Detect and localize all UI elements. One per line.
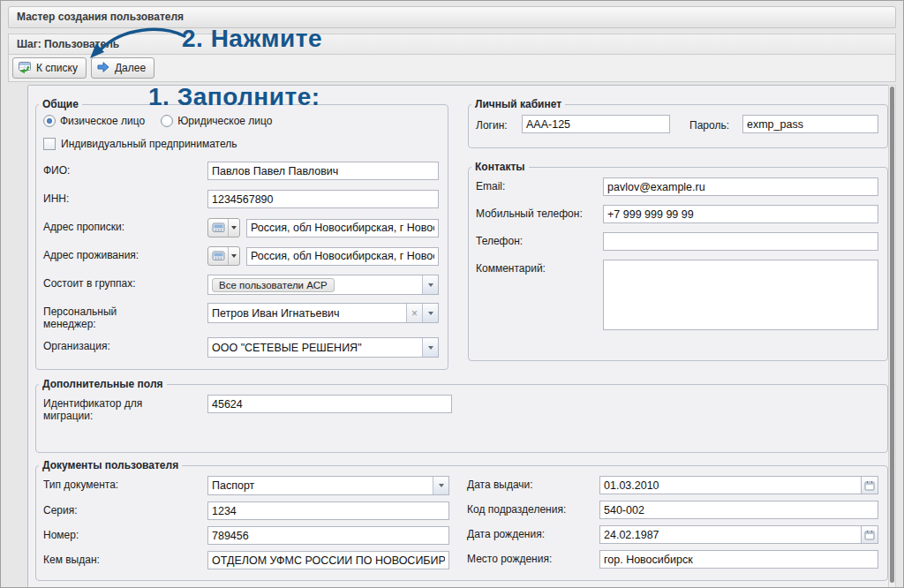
issued-by-input[interactable] <box>207 551 449 569</box>
fieldset-documents: Документы пользователя Тип документа: Се… <box>35 459 888 581</box>
step-label: Шаг: Пользователь <box>8 34 896 55</box>
issued-by-row: Кем выдан: <box>43 551 449 569</box>
inn-label: ИНН: <box>43 190 207 205</box>
password-label: Пароль: <box>689 117 742 132</box>
password-input[interactable] <box>742 115 878 133</box>
manager-dropdown-trigger[interactable] <box>422 304 438 322</box>
fio-input[interactable] <box>207 162 439 180</box>
number-input[interactable] <box>207 526 449 545</box>
email-input[interactable] <box>603 177 878 196</box>
issue-date-label: Дата выдачи: <box>467 476 599 491</box>
reg-address-picker-button[interactable] <box>207 218 240 237</box>
mobile-label: Мобильный телефон: <box>476 205 603 220</box>
reg-address-input[interactable] <box>246 219 439 237</box>
manager-input[interactable] <box>208 304 406 322</box>
organization-input[interactable] <box>208 338 422 357</box>
issue-date-row: Дата выдачи: <box>467 476 878 494</box>
manager-combo[interactable]: × <box>207 303 439 323</box>
fieldset-additional-legend: Дополнительные поля <box>39 378 167 390</box>
mobile-input[interactable] <box>603 205 878 223</box>
live-address-input[interactable] <box>246 247 439 266</box>
division-code-label: Код подразделения: <box>467 501 599 516</box>
inn-row: ИНН: <box>43 190 439 208</box>
documents-right-column: Дата выдачи: <box>467 476 878 569</box>
issue-date-calendar-icon[interactable] <box>861 476 878 494</box>
manager-clear-icon[interactable]: × <box>406 304 422 322</box>
reg-address-row: Адрес прописки: <box>43 218 439 237</box>
doc-type-row: Тип документа: <box>43 476 449 495</box>
live-address-label: Адрес проживания: <box>43 246 207 261</box>
organization-combo[interactable] <box>207 337 439 358</box>
groups-row: Состоит в группах: Все пользователи АСР <box>43 275 439 295</box>
live-address-row: Адрес проживания: <box>43 246 439 266</box>
birth-date-label: Дата рождения: <box>467 525 599 540</box>
fieldset-documents-legend: Документы пользователя <box>39 459 182 471</box>
entrepreneur-checkbox-option[interactable]: Индивидуальный предприниматель <box>43 138 237 150</box>
address-picker-dropdown-icon[interactable] <box>228 219 239 237</box>
migration-id-row: Идентификатор для миграции: <box>43 395 878 422</box>
number-label: Номер: <box>43 526 207 541</box>
organization-label: Организация: <box>43 337 207 352</box>
scrollbar-thumb[interactable] <box>890 87 894 583</box>
back-to-list-button[interactable]: К списку <box>12 57 87 79</box>
birth-date-row: Дата рождения: <box>467 525 878 544</box>
next-arrow-icon <box>96 60 110 77</box>
phone-input[interactable] <box>603 232 878 251</box>
email-label: Email: <box>476 177 603 192</box>
doc-type-input[interactable] <box>208 477 433 494</box>
groups-label: Состоит в группах: <box>43 275 207 290</box>
form-panel: Общие Физическое лицо Юридическое лицо <box>27 85 889 588</box>
groups-dropdown-trigger[interactable] <box>422 275 438 294</box>
doc-type-combo[interactable] <box>207 476 449 495</box>
fieldset-contacts: Контакты Email: Мобильный телефон: Телеф… <box>468 161 888 361</box>
organization-dropdown-trigger[interactable] <box>422 338 438 357</box>
doc-type-dropdown-trigger[interactable] <box>433 477 448 494</box>
entrepreneur-row: Индивидуальный предприниматель <box>43 138 439 150</box>
division-code-input[interactable] <box>599 501 878 519</box>
next-button[interactable]: Далее <box>91 57 154 79</box>
window-title: Мастер создания пользователя <box>8 6 896 28</box>
fio-row: ФИО: <box>43 162 439 180</box>
comment-row: Комментарий: <box>476 260 878 330</box>
inn-input[interactable] <box>207 190 439 208</box>
organization-row: Организация: <box>43 337 439 358</box>
reg-address-label: Адрес прописки: <box>43 218 207 233</box>
groups-combo[interactable]: Все пользователи АСР <box>207 275 439 295</box>
migration-id-input[interactable] <box>207 395 452 413</box>
live-address-picker-button[interactable] <box>207 246 240 266</box>
birth-date-calendar-icon[interactable] <box>861 525 878 544</box>
birth-place-input[interactable] <box>599 550 878 569</box>
comment-label: Комментарий: <box>476 260 603 275</box>
entity-type-radio-group: Физическое лицо Юридическое лицо <box>43 115 439 127</box>
entrepreneur-checkbox[interactable] <box>43 138 56 150</box>
radio-legal-icon[interactable] <box>161 115 173 127</box>
comment-textarea[interactable] <box>603 260 878 330</box>
birth-date-input[interactable] <box>599 525 862 544</box>
vertical-scrollbar[interactable] <box>888 85 896 588</box>
radio-legal-person[interactable]: Юридическое лицо <box>161 115 272 127</box>
issue-date-input[interactable] <box>599 476 862 494</box>
next-label: Далее <box>115 62 146 74</box>
toolbar: К списку Далее <box>8 55 896 82</box>
phone-label: Телефон: <box>476 232 603 247</box>
birth-place-row: Место рождения: <box>467 550 878 569</box>
doc-type-label: Тип документа: <box>43 476 207 491</box>
migration-id-label: Идентификатор для миграции: <box>43 395 207 422</box>
issued-by-label: Кем выдан: <box>43 551 207 566</box>
address-picker-dropdown-icon[interactable] <box>228 247 239 265</box>
fieldset-contacts-legend: Контакты <box>471 161 529 173</box>
back-to-list-label: К списку <box>36 62 78 74</box>
address-picker-icon <box>208 219 228 237</box>
series-label: Серия: <box>43 501 207 516</box>
manager-row: Персональный менеджер: × <box>43 303 439 330</box>
back-to-list-icon <box>18 60 32 77</box>
radio-physical-icon[interactable] <box>43 115 56 127</box>
series-input[interactable] <box>207 501 449 520</box>
login-input[interactable] <box>522 115 670 133</box>
manager-label: Персональный менеджер: <box>43 303 207 330</box>
group-chip[interactable]: Все пользователи АСР <box>212 278 335 292</box>
address-picker-icon <box>208 247 228 265</box>
birth-place-label: Место рождения: <box>467 550 599 565</box>
radio-physical-person[interactable]: Физическое лицо <box>43 115 145 127</box>
number-row: Номер: <box>43 526 449 545</box>
